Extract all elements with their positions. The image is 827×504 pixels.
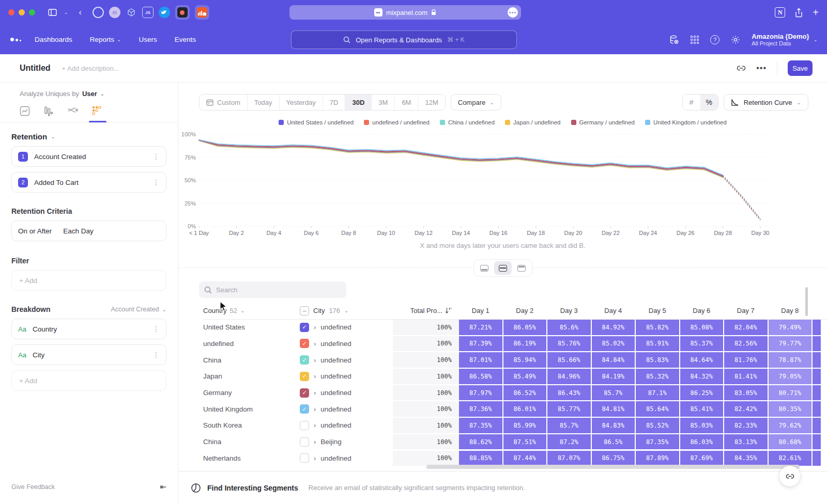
day-column-header[interactable]: Day 5 xyxy=(636,307,679,314)
target-extension-icon[interactable] xyxy=(93,7,104,18)
back-icon[interactable]: ‹ xyxy=(79,8,82,17)
city-column-header[interactable]: – City 176 ⌄ xyxy=(300,306,393,316)
retention-value-cell[interactable]: 84.35% xyxy=(724,451,768,466)
legend-item[interactable]: Germany / undefined xyxy=(571,119,635,126)
table-row[interactable]: Netherlands›undefined100%88.85%87.44%87.… xyxy=(203,451,827,466)
retention-value-cell[interactable]: 85.52% xyxy=(636,418,679,433)
retention-chart[interactable]: 0%25%50%75%100%< 1 DayDay 2Day 4Day 6Day… xyxy=(178,130,827,240)
retention-value-cell[interactable]: 79.62% xyxy=(769,418,812,433)
expand-chevron-icon[interactable]: › xyxy=(314,438,316,446)
retention-value-cell[interactable]: 84.64% xyxy=(680,352,724,368)
table-row[interactable]: Germany✓›undefined100%87.97%86.52%86.43%… xyxy=(203,385,827,401)
give-feedback-link[interactable]: Give Feedback xyxy=(11,483,55,491)
table-row[interactable]: China✓›undefined100%87.01%85.94%85.66%84… xyxy=(203,352,827,368)
row-checkbox[interactable]: ✓ xyxy=(300,404,309,414)
retention-value-cell[interactable]: 83.05% xyxy=(724,385,768,401)
retention-value-cell[interactable]: 85.02% xyxy=(592,336,635,352)
floating-share-link-button[interactable] xyxy=(779,466,800,486)
day-column-header[interactable]: Day 2 xyxy=(503,307,547,314)
retention-value-cell[interactable]: 86.52% xyxy=(503,385,547,401)
apps-grid-icon[interactable] xyxy=(691,36,699,44)
tab-flows[interactable] xyxy=(67,106,79,122)
expand-chevron-icon[interactable]: › xyxy=(314,372,316,380)
retention-value-cell[interactable]: 85.7% xyxy=(592,385,635,401)
retention-value-cell[interactable]: 81.41% xyxy=(724,369,768,384)
retention-value-cell[interactable]: 87.69% xyxy=(680,451,724,466)
segments-title[interactable]: Find Interesting Segments xyxy=(207,484,298,492)
retention-value-cell[interactable]: 78.87% xyxy=(769,352,812,368)
table-row[interactable]: United States✓›undefined100%87.21%86.05%… xyxy=(203,320,827,335)
range-button-yesterday[interactable]: Yesterday xyxy=(280,94,323,110)
retention-value-cell[interactable]: 84.92% xyxy=(592,320,635,335)
nav-item-events[interactable]: Events xyxy=(175,36,196,43)
retention-value-cell[interactable]: 84.83% xyxy=(592,418,635,433)
row-checkbox[interactable] xyxy=(300,437,309,447)
more-options-icon[interactable]: ••• xyxy=(756,64,767,73)
expand-chevron-icon[interactable]: › xyxy=(314,323,316,331)
legend-item[interactable]: United States / undefined xyxy=(279,119,354,126)
range-button-30d[interactable]: 30D xyxy=(345,94,372,110)
close-window-icon[interactable] xyxy=(8,9,14,15)
expand-chevron-icon[interactable]: › xyxy=(314,340,316,348)
table-only-view-button[interactable] xyxy=(513,261,530,275)
range-button-today[interactable]: Today xyxy=(248,94,280,110)
retention-value-cell[interactable]: 86.25% xyxy=(680,385,724,401)
cube-extension-icon[interactable] xyxy=(126,7,137,18)
row-checkbox[interactable]: ✓ xyxy=(300,372,309,381)
retention-value-cell[interactable]: 86.01% xyxy=(503,401,547,417)
day-column-header[interactable]: Day 4 xyxy=(592,307,635,314)
retention-value-cell[interactable]: 85.82% xyxy=(636,320,679,335)
soundcloud-extension-icon[interactable] xyxy=(195,5,209,20)
retention-value-cell[interactable]: 87.21% xyxy=(459,320,502,335)
retention-value-cell[interactable]: 81.76% xyxy=(724,352,768,368)
legend-item[interactable]: United Kingdom / undefined xyxy=(645,119,727,126)
retention-value-cell[interactable]: 85.99% xyxy=(503,418,547,433)
row-checkbox[interactable] xyxy=(300,453,309,463)
table-row[interactable]: China›Beijing100%88.62%87.51%87.2%86.5%8… xyxy=(203,434,827,450)
data-management-icon[interactable] xyxy=(669,35,679,44)
total-column-header[interactable]: Total Pro... xyxy=(393,307,459,314)
retention-value-cell[interactable]: 85.37% xyxy=(680,336,724,352)
retention-value-cell[interactable]: 87.44% xyxy=(503,451,547,466)
kebab-menu-icon[interactable]: ⋮ xyxy=(152,152,160,161)
address-bar[interactable]: mixpanel.com ••• xyxy=(289,5,521,20)
table-row[interactable]: United Kingdom✓›undefined100%87.36%86.01… xyxy=(203,401,827,417)
range-button-6m[interactable]: 6M xyxy=(395,94,418,110)
retention-value-cell[interactable]: 84.84% xyxy=(592,352,635,368)
row-checkbox[interactable]: ✓ xyxy=(300,355,309,365)
retention-value-cell[interactable]: 80.71% xyxy=(769,385,812,401)
row-checkbox[interactable]: ✓ xyxy=(300,339,309,348)
retention-step-2[interactable]: 2Added To Cart⋮ xyxy=(11,172,166,193)
tab-retention[interactable] xyxy=(92,106,103,122)
retention-value-cell[interactable]: 85.7% xyxy=(547,418,591,433)
retention-value-cell[interactable]: 80.68% xyxy=(769,434,812,450)
share-icon[interactable] xyxy=(794,8,803,18)
kebab-menu-icon[interactable]: ⋮ xyxy=(152,351,160,359)
row-checkbox[interactable]: ✓ xyxy=(300,323,309,332)
add-description[interactable]: + Add description... xyxy=(62,65,119,72)
retention-value-cell[interactable]: 82.42% xyxy=(724,401,768,417)
retention-value-cell[interactable]: 84.19% xyxy=(592,369,635,384)
compare-button[interactable]: Compare ⌄ xyxy=(451,94,501,111)
retention-value-cell[interactable]: 85.66% xyxy=(547,352,591,368)
range-button-custom[interactable]: Custom xyxy=(200,94,248,110)
criteria-on-or-after[interactable]: On or After xyxy=(18,227,52,235)
row-checkbox[interactable]: ✓ xyxy=(300,388,309,398)
retention-value-cell[interactable]: 88.62% xyxy=(459,434,502,450)
expand-chevron-icon[interactable]: › xyxy=(314,421,316,429)
table-search-input[interactable] xyxy=(216,286,330,294)
kebab-menu-icon[interactable]: ⋮ xyxy=(152,178,160,186)
breakdown-scope-selector[interactable]: Account Created ⌄ xyxy=(111,306,167,313)
retention-value-cell[interactable]: 85.08% xyxy=(680,320,724,335)
expand-chevron-icon[interactable]: › xyxy=(314,454,316,462)
copy-link-icon[interactable] xyxy=(737,64,746,73)
retention-value-cell[interactable]: 85.83% xyxy=(636,352,679,368)
retention-value-cell[interactable]: 80.35% xyxy=(769,401,812,417)
retention-value-cell[interactable]: 87.07% xyxy=(547,451,591,466)
retention-value-cell[interactable]: 85.6% xyxy=(547,320,591,335)
retention-value-cell[interactable]: 87.97% xyxy=(459,385,502,401)
day-column-header[interactable]: Day 1 xyxy=(459,307,502,314)
mixpanel-logo-icon[interactable] xyxy=(10,38,21,41)
legend-item[interactable]: undefined / undefined xyxy=(364,119,430,126)
collapse-sidebar-icon[interactable]: ⇤ xyxy=(160,482,166,492)
